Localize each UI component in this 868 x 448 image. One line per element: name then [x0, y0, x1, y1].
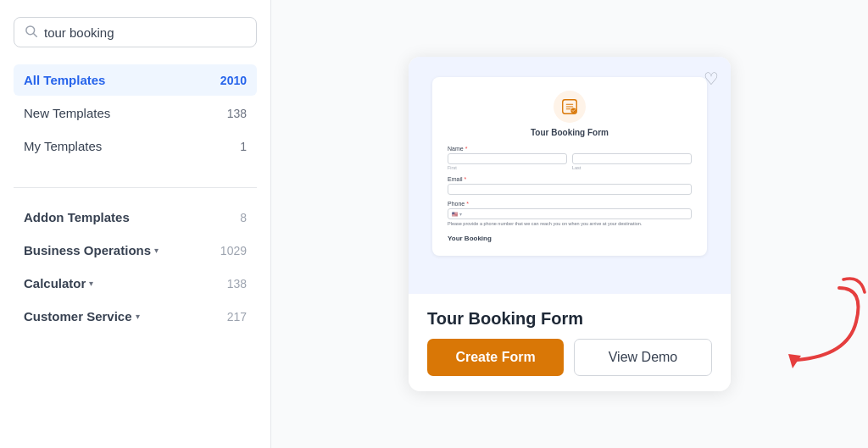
main-content: ♡ Tour Booking Form Name * [271, 0, 868, 448]
search-icon [25, 25, 37, 40]
sidebar-item-my-templates[interactable]: My Templates 1 [14, 130, 257, 162]
card-footer: Tour Booking Form Create Form View Demo [409, 294, 731, 391]
category-label: Calculator [24, 276, 86, 290]
email-field-group: Email * [448, 176, 692, 195]
phone-input: 🇺🇸 ▾ [448, 208, 692, 219]
last-name-input [572, 153, 692, 164]
view-demo-button[interactable]: View Demo [574, 339, 712, 376]
sidebar-item-business-operations[interactable]: Business Operations ▾ 1029 [14, 235, 257, 266]
first-label: First [448, 165, 567, 170]
sidebar-item-new-templates[interactable]: New Templates 138 [14, 97, 257, 129]
svg-line-1 [34, 34, 37, 37]
nav-item-count: 2010 [220, 74, 247, 87]
nav-item-count: 138 [227, 107, 247, 120]
sidebar-item-calculator[interactable]: Calculator ▾ 138 [14, 268, 257, 299]
form-icon-wrap [448, 91, 692, 123]
nav-section: All Templates 2010 New Templates 138 My … [14, 64, 257, 163]
sidebar-item-all-templates[interactable]: All Templates 2010 [14, 64, 257, 96]
category-section: Addon Templates 8 Business Operations ▾ … [14, 202, 257, 332]
favorite-icon[interactable]: ♡ [704, 69, 719, 89]
email-label: Email * [448, 176, 692, 182]
chevron-down-icon: ▾ [154, 246, 159, 255]
card-preview: ♡ Tour Booking Form Name * [409, 57, 731, 294]
name-label: Name * [448, 146, 692, 152]
first-name-input [448, 153, 567, 164]
sidebar: All Templates 2010 New Templates 138 My … [0, 0, 271, 448]
sidebar-item-addon-templates[interactable]: Addon Templates 8 [14, 202, 257, 233]
sidebar-item-customer-service[interactable]: Customer Service ▾ 217 [14, 301, 257, 332]
create-form-button[interactable]: Create Form [427, 339, 564, 376]
last-label: Last [572, 165, 692, 170]
form-preview-title: Tour Booking Form [448, 128, 692, 137]
category-count: 138 [227, 277, 247, 290]
phone-prefix: ▾ [459, 211, 462, 217]
card-actions: Create Form View Demo [427, 339, 712, 376]
section-title: Your Booking [448, 235, 692, 242]
phone-field-group: Phone * 🇺🇸 ▾ Please provide a phone numb… [448, 201, 692, 228]
nav-item-count: 1 [240, 140, 247, 153]
category-count: 217 [227, 310, 247, 324]
category-label: Business Operations [24, 243, 151, 257]
category-label-wrap: Customer Service ▾ [24, 309, 140, 324]
category-count: 8 [240, 211, 247, 224]
card-form-name: Tour Booking Form [427, 309, 712, 329]
name-row: First Last [448, 153, 692, 170]
svg-marker-4 [788, 354, 801, 368]
form-icon [554, 91, 586, 123]
category-label: Customer Service [24, 309, 132, 324]
search-box[interactable] [14, 17, 257, 47]
divider [14, 187, 257, 188]
nav-item-label: My Templates [24, 139, 102, 153]
flag-icon: 🇺🇸 [452, 211, 458, 217]
form-preview: Tour Booking Form Name * First Last [432, 77, 707, 256]
phone-label: Phone * [448, 201, 692, 207]
category-label: Addon Templates [24, 210, 130, 224]
chevron-down-icon: ▾ [89, 279, 93, 288]
chevron-down-icon: ▾ [136, 312, 140, 321]
category-count: 1029 [220, 244, 247, 257]
phone-note: Please provide a phone number that we ca… [448, 221, 692, 228]
search-input[interactable] [44, 25, 246, 40]
email-input [448, 184, 692, 195]
nav-item-label: New Templates [24, 106, 110, 120]
template-card: ♡ Tour Booking Form Name * [409, 57, 731, 391]
category-label-wrap: Addon Templates [24, 210, 130, 224]
category-label-wrap: Calculator ▾ [24, 276, 93, 290]
nav-item-label: All Templates [24, 73, 105, 87]
category-label-wrap: Business Operations ▾ [24, 243, 159, 257]
name-field-group: Name * First Last [448, 146, 692, 170]
